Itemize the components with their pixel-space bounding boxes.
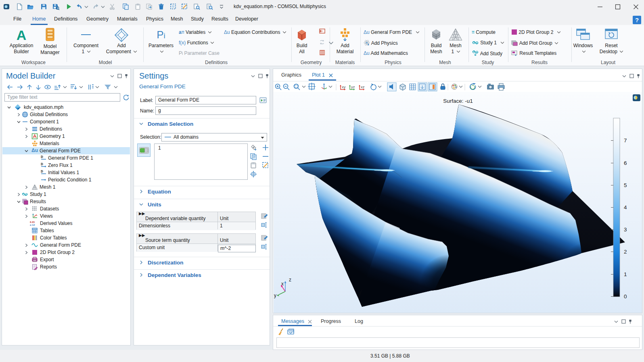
svg-text:e-12: e-12	[30, 223, 35, 226]
svg-text:D: D	[41, 155, 43, 159]
svg-text:y: y	[274, 293, 276, 298]
svg-text:0: 0	[624, 293, 627, 300]
svg-text:xz: xz	[361, 85, 365, 89]
svg-text:4: 4	[624, 204, 627, 210]
svg-text:xy: xy	[342, 85, 346, 89]
svg-text:D: D	[41, 162, 43, 166]
svg-text:7: 7	[624, 137, 627, 144]
svg-text:6: 6	[624, 160, 627, 166]
svg-text:x: x	[281, 281, 284, 287]
svg-text:Surface: -u1: Surface: -u1	[443, 98, 473, 104]
svg-text:8.85: 8.85	[30, 221, 35, 223]
svg-text:2: 2	[624, 249, 627, 255]
svg-text:3: 3	[624, 227, 627, 233]
svg-text:5: 5	[624, 182, 627, 188]
svg-text:yz: yz	[351, 85, 355, 89]
svg-text:1: 1	[624, 271, 627, 277]
svg-text:z: z	[289, 277, 291, 283]
svg-text:D: D	[41, 170, 43, 173]
